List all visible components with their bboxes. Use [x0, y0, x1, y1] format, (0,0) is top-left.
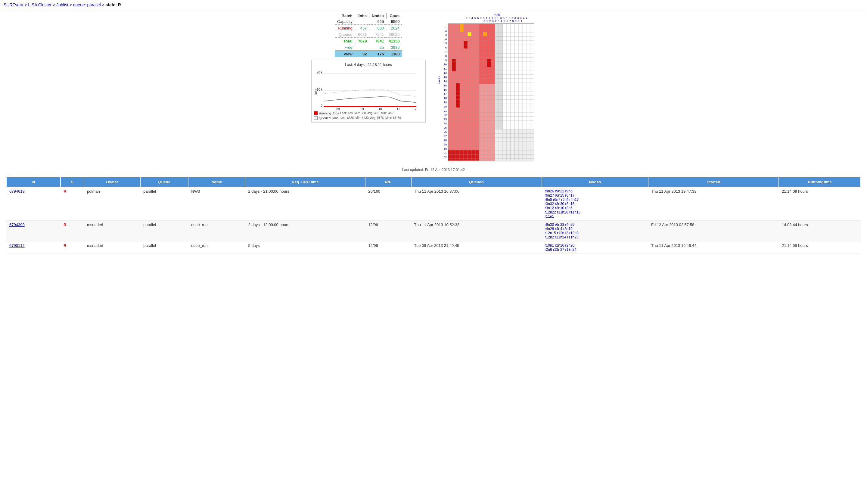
job-np-3: 12/96	[365, 242, 411, 254]
svg-text:28: 28	[444, 139, 447, 142]
svg-text:09: 09	[360, 107, 364, 110]
rack-rows-area: // Row numbers 1-32 1 2 3 4 5 6 7 8	[441, 23, 556, 165]
svg-text:10 k: 10 k	[317, 88, 323, 91]
breadcrumb-joblist[interactable]: Joblist	[56, 2, 68, 7]
job-runtime-1: 21:14:09 hours	[779, 187, 861, 221]
job-status-2: R	[61, 221, 84, 242]
breadcrumb-surfsara[interactable]: SURFsara	[3, 2, 23, 7]
table-row: 6794399 R msnaderi parallel qsub_run 2 d…	[6, 221, 861, 242]
chart-container: Last: 4 days - 11:18:11 hours 20 k 10 k …	[311, 60, 426, 122]
svg-rect-81	[495, 24, 499, 129]
queued-cpus: 38526	[386, 32, 402, 37]
svg-rect-72	[468, 32, 471, 36]
legend-queued-label: Queued Jobs	[319, 116, 339, 120]
breadcrumb-sep3: >	[69, 2, 73, 7]
svg-text:2: 2	[445, 29, 447, 32]
svg-text:15: 15	[444, 84, 447, 87]
svg-text:3: 3	[445, 33, 447, 36]
legend-queued: Queued Jobs Last: 6638 Min: 6430 Avg: 91…	[314, 116, 401, 120]
col-id: Id	[6, 177, 61, 187]
job-started-2: Fri 12 Apr 2013 02:57:58	[648, 221, 779, 242]
breadcrumb-state: state: R	[106, 2, 121, 7]
job-runtime-2: 14:03:44 hours	[779, 221, 861, 242]
breadcrumb-queue[interactable]: queue: parallel	[73, 2, 101, 7]
svg-text:26: 26	[444, 130, 447, 133]
col-owner: Owner	[84, 177, 140, 187]
svg-text:7: 7	[445, 50, 447, 53]
rack-label: rack	[438, 13, 556, 17]
job-np-2: 12/96	[365, 221, 411, 242]
svg-text:13: 13	[444, 76, 447, 78]
table-row: 6794618 R polman parallel NW3 2 days - 2…	[6, 187, 861, 221]
breadcrumb-sep4: >	[102, 2, 106, 7]
svg-text:11: 11	[396, 107, 400, 110]
free-cpus: 3936	[386, 45, 402, 51]
col-header-nodes: Nodes	[370, 13, 387, 19]
running-jobs: 457	[355, 25, 369, 31]
view-jobs: 32	[355, 51, 369, 57]
chart-title: Last: 4 days - 11:18:11 hours	[314, 63, 423, 67]
svg-rect-78	[483, 32, 487, 36]
svg-text:12: 12	[413, 107, 417, 110]
legend-running-box	[314, 111, 318, 115]
rack-grid-wrapper: n o d e // Row numbers 1-32 1 2	[438, 23, 556, 165]
label-view: View	[335, 51, 355, 57]
svg-text:8: 8	[445, 54, 447, 57]
svg-text:Jobs: Jobs	[314, 89, 318, 95]
job-id-2[interactable]: 6794399	[9, 223, 25, 227]
job-started-1: Thu 11 Apr 2013 19:47:33	[648, 187, 779, 221]
total-jobs: 7078	[355, 38, 369, 44]
job-reqcpu-3: 5 days	[245, 242, 365, 254]
col-header-batch: Batch	[335, 13, 355, 19]
main-content: Batch Jobs Nodes Cpus Capacity 625 6560	[0, 10, 867, 257]
rack-svg: // Row numbers 1-32 1 2 3 4 5 6 7 8	[441, 23, 556, 165]
svg-text:6: 6	[445, 46, 447, 49]
rack-col-nums: 2 3 4 5 6 7 9 1 1 1 1 1 3 3 3 3 3 3 3 3 …	[438, 17, 556, 20]
job-table-wrapper: Id S Owner Queue Name Req. CPU time N/P …	[6, 177, 861, 254]
job-id-1[interactable]: 6794618	[9, 189, 25, 194]
label-capacity: Capacity	[335, 19, 355, 25]
col-nodes: Nodes	[542, 177, 649, 187]
col-s: S	[61, 177, 84, 187]
svg-text:16: 16	[444, 88, 447, 91]
breadcrumb: SURFsara > LISA Cluster > Joblist > queu…	[0, 0, 867, 10]
job-queue-3: parallel	[140, 242, 188, 254]
running-nodes: 600	[370, 25, 387, 31]
job-nodes-2: r9n30 r6n23 r4n29r4n28 r4n4 r3n19r12n15 …	[542, 221, 649, 242]
job-nodes-1: r9n26 r9n22 r9n6r6n27 r6n25 r6n17r6n8 r6…	[542, 187, 649, 221]
svg-rect-71	[464, 41, 468, 49]
col-queued: Queued	[411, 177, 542, 187]
label-queued: Queued	[335, 32, 355, 37]
job-name-1: NW3	[188, 187, 245, 221]
svg-text:17: 17	[444, 93, 447, 95]
svg-text:4: 4	[445, 37, 447, 41]
svg-text:0: 0	[321, 104, 322, 107]
svg-text:08: 08	[336, 107, 340, 110]
legend-queued-box	[314, 116, 318, 120]
svg-text:19: 19	[444, 101, 447, 104]
free-nodes: 25	[370, 45, 387, 51]
svg-text:24: 24	[444, 122, 447, 125]
total-cpus: 41150	[386, 38, 402, 44]
job-id-3[interactable]: 6790112	[9, 243, 25, 248]
breadcrumb-lisa[interactable]: LISA Cluster	[28, 2, 52, 7]
job-status-1: R	[61, 187, 84, 221]
stats-area: Batch Jobs Nodes Cpus Capacity 625 6560	[311, 13, 426, 122]
breadcrumb-sep2: >	[53, 2, 56, 7]
svg-text:9: 9	[445, 59, 447, 62]
table-row: 6790112 R msnaderi parallel qsub_run 5 d…	[6, 242, 861, 254]
job-queued-3: Tue 09 Apr 2013 21:49:45	[411, 242, 542, 254]
job-owner-1: polman	[84, 187, 140, 221]
label-total: Total	[335, 38, 355, 44]
job-queued-2: Thu 11 Apr 2013 10:52:33	[411, 221, 542, 242]
legend-running-label: Running Jobs	[319, 111, 339, 115]
svg-text:20 k: 20 k	[317, 71, 323, 74]
running-cpus: 2624	[386, 25, 402, 31]
svg-rect-70	[460, 24, 464, 32]
svg-text:1: 1	[445, 25, 447, 28]
rack-header: rack 2 3 4 5 6 7 9 1 1 1 1 1 3 3 3 3 3 3…	[438, 13, 556, 23]
svg-text:14: 14	[444, 80, 447, 83]
job-started-3: Thu 11 Apr 2013 19:46:44	[648, 242, 779, 254]
label-running: Running	[335, 25, 355, 31]
job-status-3: R	[61, 242, 84, 254]
